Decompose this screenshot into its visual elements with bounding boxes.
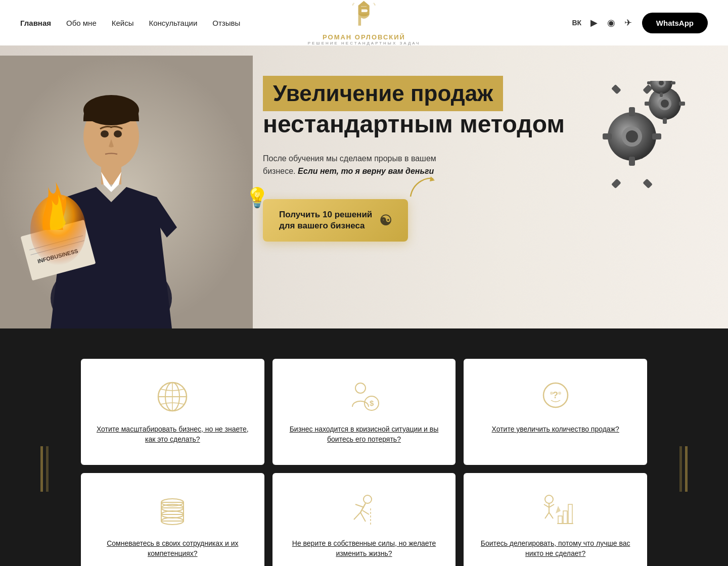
logo-sub: РЕШЕНИЕ НЕСТАНДАРТНЫХ ЗАДАЧ bbox=[308, 41, 421, 45]
svg-point-49 bbox=[558, 392, 561, 395]
svg-point-58 bbox=[363, 495, 372, 503]
nav-reviews[interactable]: Отзывы bbox=[212, 19, 240, 27]
svg-rect-64 bbox=[568, 504, 572, 524]
card-3[interactable]: ? Хотите увеличить количество продаж? bbox=[464, 359, 647, 465]
header: Главная Обо мне Кейсы Консультации Отзыв… bbox=[0, 0, 728, 45]
hero-cta-wrap: 💡 Получить 10 решенийдля вашего бизнеса … bbox=[263, 199, 408, 242]
nav-consult[interactable]: Консультации bbox=[149, 19, 197, 27]
main-nav: Главная Обо мне Кейсы Консультации Отзыв… bbox=[20, 19, 240, 27]
hero-content: Увеличение продаж нестандартным методом … bbox=[0, 45, 728, 272]
youtube-icon[interactable]: ▶ bbox=[588, 17, 600, 28]
social-icons: ВК ▶ ◉ ✈ bbox=[571, 17, 634, 28]
card-1-text[interactable]: Хотите масштабировать бизнес, но не знае… bbox=[96, 424, 249, 444]
cta-button[interactable]: Получить 10 решенийдля вашего бизнеса ☯ bbox=[263, 199, 408, 242]
cards-row-2: Сомневаетесь в своих сотрудниках и их ко… bbox=[81, 473, 647, 566]
nav-cases[interactable]: Кейсы bbox=[112, 19, 134, 27]
nav-home[interactable]: Главная bbox=[20, 19, 51, 27]
cta-label: Получить 10 решенийдля вашего бизнеса bbox=[279, 209, 372, 231]
coins-icon bbox=[155, 493, 190, 529]
card-1[interactable]: Хотите масштабировать бизнес, но не знае… bbox=[81, 359, 264, 465]
card-4[interactable]: Сомневаетесь в своих сотрудниках и их ко… bbox=[81, 473, 264, 566]
card-4-text[interactable]: Сомневаетесь в своих сотрудниках и их ко… bbox=[96, 539, 249, 558]
svg-rect-62 bbox=[558, 516, 562, 524]
question-head-icon: ? bbox=[538, 379, 573, 414]
deco-line-3 bbox=[679, 446, 682, 492]
growth-chart-icon bbox=[538, 493, 573, 529]
instagram-icon[interactable]: ◉ bbox=[606, 17, 617, 28]
running-person-icon bbox=[346, 493, 382, 529]
arrow-icon bbox=[405, 171, 441, 202]
card-3-text[interactable]: Хотите увеличить количество продаж? bbox=[492, 424, 619, 435]
globe-icon bbox=[155, 379, 190, 414]
fingerprint-icon: ☯ bbox=[379, 212, 392, 229]
card-2[interactable]: $ Бизнес находится в кризисной ситуации … bbox=[272, 359, 456, 465]
hero-title-main: нестандартным методом bbox=[263, 111, 728, 138]
right-deco-lines bbox=[679, 446, 688, 492]
logo-svg bbox=[349, 0, 379, 30]
cards-row-1: Хотите масштабировать бизнес, но не знае… bbox=[81, 359, 647, 465]
lightbulb-icon: 💡 bbox=[245, 186, 269, 209]
dark-section: Хотите масштабировать бизнес, но не знае… bbox=[0, 328, 728, 566]
deco-line-2 bbox=[46, 446, 49, 492]
card-5-text[interactable]: Не верите в собственные силы, но желаете… bbox=[288, 539, 441, 558]
hero-section: INFOBUSINESS bbox=[0, 45, 728, 328]
deco-line-4 bbox=[685, 446, 688, 492]
svg-text:?: ? bbox=[553, 390, 558, 400]
svg-point-60 bbox=[545, 495, 553, 503]
svg-text:$: $ bbox=[370, 399, 374, 407]
header-right: ВК ▶ ◉ ✈ WhatsApp bbox=[571, 13, 708, 33]
whatsapp-button[interactable]: WhatsApp bbox=[642, 13, 708, 33]
hero-title-highlight: Увеличение продаж bbox=[263, 76, 728, 111]
svg-point-44 bbox=[355, 383, 366, 393]
person-money-icon: $ bbox=[346, 379, 382, 414]
svg-rect-63 bbox=[563, 511, 567, 524]
telegram-icon[interactable]: ✈ bbox=[623, 17, 634, 28]
card-5[interactable]: Не верите в собственные силы, но желаете… bbox=[272, 473, 456, 566]
logo-name: РОМАН ОРЛОВСКИЙ bbox=[308, 33, 421, 41]
logo: РОМАН ОРЛОВСКИЙ РЕШЕНИЕ НЕСТАНДАРТНЫХ ЗА… bbox=[308, 0, 421, 45]
card-6-text[interactable]: Боитесь делегировать, потому что лучше в… bbox=[479, 539, 632, 558]
vk-icon[interactable]: ВК bbox=[571, 17, 582, 28]
left-deco-lines bbox=[40, 446, 49, 492]
deco-line-1 bbox=[40, 446, 43, 492]
card-2-text[interactable]: Бизнес находится в кризисной ситуации и … bbox=[288, 424, 441, 444]
card-6[interactable]: Боитесь делегировать, потому что лучше в… bbox=[464, 473, 647, 566]
nav-about[interactable]: Обо мне bbox=[66, 19, 97, 27]
